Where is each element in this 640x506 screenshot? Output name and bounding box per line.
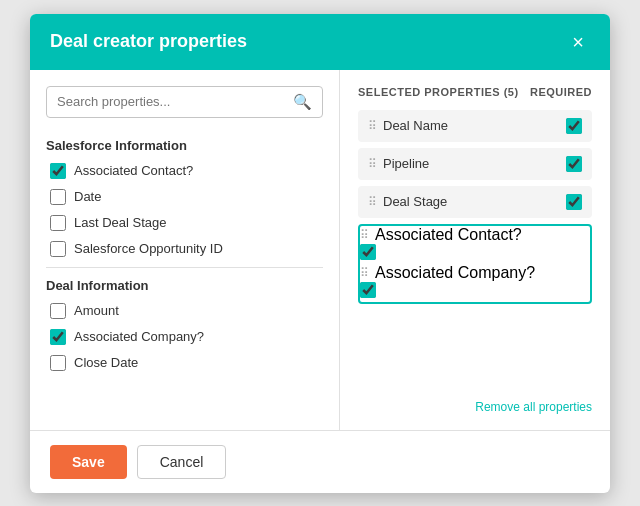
required-checkbox-deal-name[interactable] — [566, 118, 582, 134]
checkbox-amount[interactable] — [50, 303, 66, 319]
remove-all-link[interactable]: Remove all properties — [358, 390, 592, 414]
list-item: Associated Company? — [46, 329, 323, 345]
property-row-associated-company: ⠿ Associated Company? — [360, 264, 590, 302]
checkbox-close-date[interactable] — [50, 355, 66, 371]
drag-handle-icon: ⠿ — [368, 157, 377, 171]
list-item: Associated Contact? — [46, 163, 323, 179]
item-label: Date — [74, 189, 101, 204]
close-button[interactable]: × — [566, 30, 590, 54]
item-label: Associated Contact? — [74, 163, 193, 178]
drag-handle-icon: ⠿ — [360, 228, 369, 242]
drag-handle-icon: ⠿ — [368, 119, 377, 133]
property-name: Associated Company? — [375, 264, 535, 282]
section-label-salesforce: Salesforce Information — [46, 138, 323, 153]
modal-footer: Save Cancel — [30, 430, 610, 493]
right-panel: SELECTED PROPERTIES (5) REQUIRED ⠿ Deal … — [340, 70, 610, 430]
search-box: 🔍 — [46, 86, 323, 118]
property-name: Pipeline — [383, 156, 429, 171]
property-name: Deal Stage — [383, 194, 447, 209]
drag-handle-icon: ⠿ — [360, 266, 369, 280]
required-checkbox-associated-contact[interactable] — [360, 244, 376, 260]
left-panel: 🔍 Salesforce Information Associated Cont… — [30, 70, 340, 430]
item-label: Amount — [74, 303, 119, 318]
item-label: Close Date — [74, 355, 138, 370]
section-label-deal-info: Deal Information — [46, 278, 323, 293]
modal-body: 🔍 Salesforce Information Associated Cont… — [30, 70, 610, 430]
item-label: Last Deal Stage — [74, 215, 167, 230]
right-panel-header: SELECTED PROPERTIES (5) REQUIRED — [358, 86, 592, 98]
property-name: Associated Contact? — [375, 226, 522, 244]
list-item: Date — [46, 189, 323, 205]
list-item: Last Deal Stage — [46, 215, 323, 231]
property-row-deal-stage: ⠿ Deal Stage — [358, 186, 592, 218]
required-checkbox-pipeline[interactable] — [566, 156, 582, 172]
list-item: Salesforce Opportunity ID — [46, 241, 323, 257]
cancel-button[interactable]: Cancel — [137, 445, 227, 479]
drag-handle-icon: ⠿ — [368, 195, 377, 209]
search-input[interactable] — [57, 94, 293, 109]
property-row-deal-name: ⠿ Deal Name — [358, 110, 592, 142]
item-label: Associated Company? — [74, 329, 204, 344]
list-item: Close Date — [46, 355, 323, 371]
highlighted-property-group: ⠿ Associated Contact? ⠿ Associated Compa… — [358, 224, 592, 304]
property-name: Deal Name — [383, 118, 448, 133]
search-icon: 🔍 — [293, 93, 312, 111]
modal-title: Deal creator properties — [50, 31, 247, 52]
modal-dialog: Deal creator properties × 🔍 Salesforce I… — [30, 14, 610, 493]
save-button[interactable]: Save — [50, 445, 127, 479]
modal-header: Deal creator properties × — [30, 14, 610, 70]
selected-properties-title: SELECTED PROPERTIES (5) — [358, 86, 519, 98]
required-checkbox-associated-company[interactable] — [360, 282, 376, 298]
left-panel-scroll[interactable]: Salesforce Information Associated Contac… — [46, 134, 323, 414]
checkbox-salesforce-opp-id[interactable] — [50, 241, 66, 257]
checkbox-last-deal-stage[interactable] — [50, 215, 66, 231]
checkbox-date[interactable] — [50, 189, 66, 205]
checkbox-associated-company[interactable] — [50, 329, 66, 345]
property-row-pipeline: ⠿ Pipeline — [358, 148, 592, 180]
required-column-label: REQUIRED — [530, 86, 592, 98]
item-label: Salesforce Opportunity ID — [74, 241, 223, 256]
property-row-associated-contact: ⠿ Associated Contact? — [360, 226, 590, 264]
checkbox-associated-contact[interactable] — [50, 163, 66, 179]
required-checkbox-deal-stage[interactable] — [566, 194, 582, 210]
list-item: Amount — [46, 303, 323, 319]
